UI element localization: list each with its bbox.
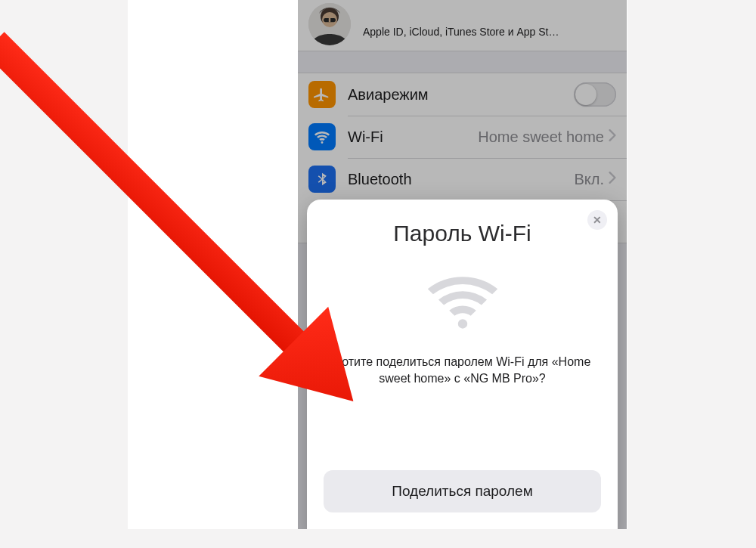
wifi-icon	[308, 123, 336, 150]
wifi-share-sheet: ✕ Пароль Wi-Fi Хотите поделиться паролем…	[307, 200, 618, 529]
row-label-airplane: Авиарежим	[348, 86, 574, 104]
sheet-title: Пароль Wi-Fi	[324, 221, 601, 246]
phone-screenshot: Apple ID, iCloud, iTunes Store и App St……	[298, 0, 627, 529]
close-icon: ✕	[593, 214, 602, 226]
sheet-message: Хотите поделиться паролем Wi-Fi для «Hom…	[324, 354, 601, 386]
close-button[interactable]: ✕	[587, 210, 607, 230]
avatar	[308, 3, 351, 45]
row-wifi[interactable]: Wi-Fi Home sweet home	[298, 116, 627, 158]
share-button-label: Поделиться паролем	[392, 483, 532, 500]
chevron-icon	[609, 172, 616, 187]
row-value-wifi: Home sweet home	[478, 128, 604, 146]
airplane-toggle[interactable]	[574, 82, 616, 107]
share-password-button[interactable]: Поделиться паролем	[324, 470, 601, 512]
bluetooth-icon	[308, 166, 336, 193]
row-airplane[interactable]: Авиарежим	[298, 73, 627, 116]
row-label-wifi: Wi-Fi	[348, 128, 478, 146]
svg-rect-4	[329, 18, 330, 22]
row-bluetooth[interactable]: Bluetooth Вкл.	[298, 158, 627, 200]
chevron-icon	[609, 129, 616, 144]
row-value-bluetooth: Вкл.	[574, 171, 604, 188]
apple-id-subtitle: Apple ID, iCloud, iTunes Store и App St…	[363, 26, 559, 38]
row-label-bluetooth: Bluetooth	[348, 171, 574, 188]
airplane-icon	[308, 81, 336, 108]
wifi-large-icon	[421, 272, 504, 333]
apple-id-row[interactable]: Apple ID, iCloud, iTunes Store и App St…	[298, 0, 627, 51]
